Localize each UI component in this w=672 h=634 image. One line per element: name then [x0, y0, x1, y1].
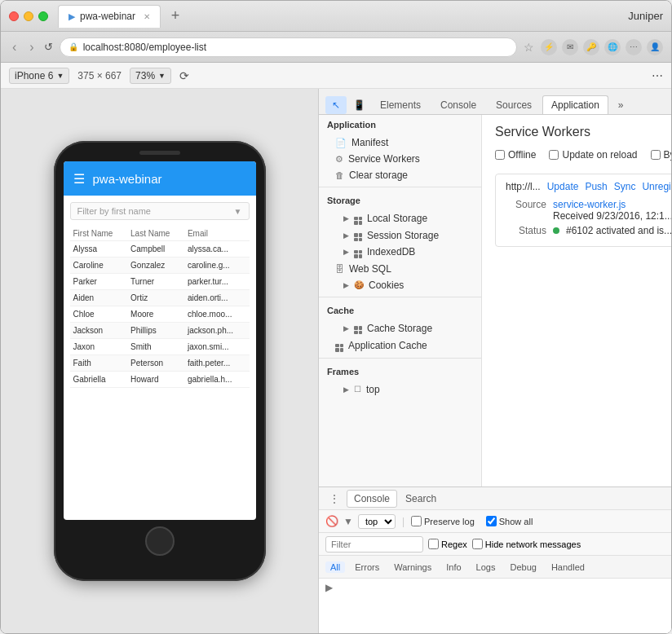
context-selector[interactable]: top: [358, 514, 396, 529]
back-button[interactable]: ‹: [9, 38, 20, 56]
level-errors[interactable]: Errors: [350, 561, 384, 573]
level-warnings[interactable]: Warnings: [389, 561, 436, 573]
window-controls: [9, 11, 48, 21]
service-workers-label: Service Workers: [348, 153, 420, 165]
sw-url-actions: http://l... Update Push Sync Unregister: [506, 181, 671, 192]
cookies-icon: 🍪: [354, 280, 364, 289]
devtools-more-tabs[interactable]: »: [612, 96, 630, 114]
tab-elements[interactable]: Elements: [371, 95, 430, 114]
table-cell: jaxon.smi...: [184, 339, 250, 355]
sidebar-section-application: Application: [319, 115, 481, 134]
show-all-checkbox[interactable]: [486, 516, 497, 526]
regex-checkbox[interactable]: [428, 539, 439, 549]
device-zoom-selector[interactable]: 73% ▼: [130, 68, 171, 84]
sw-update-checkbox[interactable]: [549, 150, 559, 160]
preserve-log-label[interactable]: Preserve log: [411, 516, 475, 526]
show-all-label[interactable]: Show all: [486, 516, 533, 526]
pointer-tool[interactable]: ↖: [325, 96, 347, 114]
sidebar-item-clear-storage[interactable]: 🗑 Clear storage: [319, 167, 481, 183]
console-filter-input[interactable]: [325, 536, 423, 553]
tab-application[interactable]: Application: [542, 95, 608, 114]
application-sidebar: Application 📄 Manifest ⚙ Service Workers…: [319, 115, 482, 487]
console-tab-search[interactable]: Search: [399, 491, 443, 507]
sw-source-link[interactable]: service-worker.js: [553, 199, 626, 210]
level-logs[interactable]: Logs: [471, 561, 501, 573]
globe-icon[interactable]: 🌐: [604, 39, 621, 55]
sidebar-item-cookies[interactable]: ▶ 🍪 Cookies: [319, 277, 481, 293]
sidebar-item-top[interactable]: ▶ ☐ top: [319, 381, 481, 398]
security-icon[interactable]: 🔑: [583, 39, 599, 55]
tab-console[interactable]: Console: [431, 95, 485, 114]
close-button[interactable]: [9, 11, 19, 21]
expand-top-icon: ▶: [343, 385, 349, 394]
col-lastname: Last Name: [127, 227, 184, 241]
table-row: FaithPetersonfaith.peter...: [70, 355, 250, 372]
level-all[interactable]: All: [325, 561, 345, 573]
web-sql-label: Web SQL: [349, 263, 391, 275]
level-debug[interactable]: Debug: [505, 561, 541, 573]
rotate-icon[interactable]: ⟳: [179, 69, 189, 82]
iphone-home-button[interactable]: [145, 526, 175, 556]
sidebar-item-manifest[interactable]: 📄 Manifest: [319, 134, 481, 151]
table-cell: Howard: [127, 372, 184, 388]
forward-button[interactable]: ›: [26, 38, 37, 56]
menu-icon[interactable]: ⋯: [626, 39, 642, 55]
sw-bypass-option[interactable]: Bypass: [651, 149, 671, 161]
sw-offline-option[interactable]: Offline: [495, 149, 536, 161]
console-section: ⋮ Console Search ✕ 🚫 ▼ top | Preserve lo…: [319, 487, 671, 633]
filter-row[interactable]: Filter by first name ▼: [70, 202, 250, 220]
sw-update-link[interactable]: Update: [547, 181, 579, 192]
device-dimensions: 375 × 667: [77, 70, 122, 81]
sw-received-text: Received 9/23/2016, 12:1...: [553, 210, 671, 222]
email-icon[interactable]: ✉: [562, 39, 578, 55]
url-bar[interactable]: 🔒 localhost:8080/employee-list: [60, 37, 517, 57]
indexeddb-label: IndexedDB: [367, 246, 415, 258]
device-selector[interactable]: iPhone 6 ▼: [9, 68, 69, 84]
sidebar-item-session-storage[interactable]: ▶ Session Storage: [319, 227, 481, 244]
hide-network-checkbox[interactable]: [472, 539, 483, 549]
sw-offline-checkbox[interactable]: [495, 150, 505, 160]
sidebar-section-cache: Cache: [319, 301, 481, 320]
level-info[interactable]: Info: [441, 561, 466, 573]
sidebar-item-web-sql[interactable]: 🗄 Web SQL: [319, 261, 481, 277]
console-expand-arrow[interactable]: ▶: [325, 582, 333, 593]
sw-push-link[interactable]: Push: [585, 181, 607, 192]
clear-storage-label: Clear storage: [349, 170, 408, 181]
bookmark-icon[interactable]: ☆: [524, 41, 534, 54]
console-tab-console[interactable]: Console: [347, 490, 397, 508]
level-handled[interactable]: Handled: [546, 561, 590, 573]
minimize-button[interactable]: [24, 11, 33, 21]
sw-bypass-label: Bypass: [664, 149, 671, 161]
browser-tab[interactable]: ▶ pwa-webinar ✕: [58, 5, 161, 28]
sw-source-label: Source: [506, 199, 546, 210]
tab-sources[interactable]: Sources: [487, 95, 541, 114]
sw-bypass-checkbox[interactable]: [651, 150, 661, 160]
tab-close-button[interactable]: ✕: [144, 12, 150, 21]
session-storage-icon: [354, 230, 362, 242]
sw-sync-link[interactable]: Sync: [614, 181, 636, 192]
preserve-log-checkbox[interactable]: [411, 516, 422, 526]
sidebar-item-cache-storage[interactable]: ▶ Cache Storage: [319, 320, 481, 337]
sw-unregister-link[interactable]: Unregister: [642, 181, 671, 192]
maximize-button[interactable]: [38, 11, 48, 21]
sidebar-item-service-workers[interactable]: ⚙ Service Workers: [319, 151, 481, 167]
sw-status-row: Status #6102 activated and is...: [506, 225, 671, 236]
reload-button[interactable]: ↺: [44, 41, 53, 53]
sidebar-item-indexeddb[interactable]: ▶ IndexedDB: [319, 244, 481, 261]
console-clear-icon[interactable]: 🚫: [325, 515, 338, 527]
table-cell: Phillips: [127, 323, 184, 339]
hide-network-label[interactable]: Hide network messages: [472, 539, 581, 549]
console-more-button[interactable]: ⋮: [324, 491, 345, 507]
divider-frames: [319, 358, 481, 359]
sidebar-item-application-cache[interactable]: Application Cache: [319, 337, 481, 354]
device-more-button[interactable]: ⋯: [652, 69, 663, 82]
new-tab-button[interactable]: +: [164, 5, 187, 28]
sidebar-item-local-storage[interactable]: ▶ Local Storage: [319, 210, 481, 227]
device-tool[interactable]: 📱: [348, 96, 369, 114]
extensions-icon[interactable]: ⚡: [541, 39, 557, 55]
hamburger-icon[interactable]: ☰: [73, 171, 85, 187]
sw-update-option[interactable]: Update on reload: [549, 149, 637, 161]
regex-label[interactable]: Regex: [428, 539, 467, 549]
profile-icon[interactable]: 👤: [647, 39, 663, 55]
filter-dropdown-icon: ▼: [234, 207, 242, 216]
